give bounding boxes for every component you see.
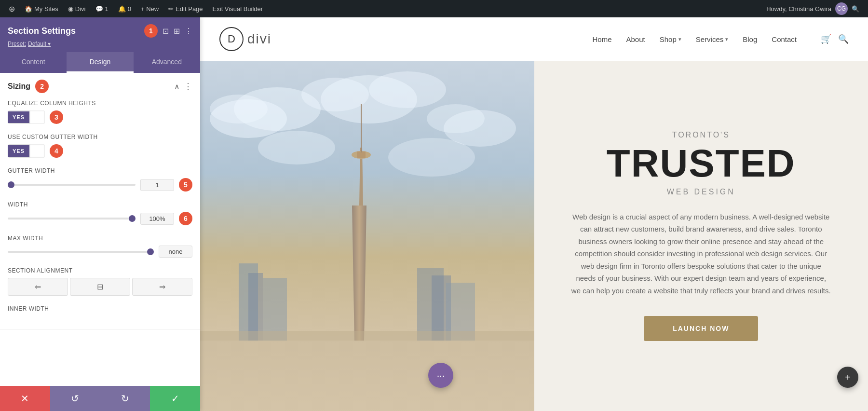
- svg-point-10: [388, 138, 475, 177]
- panel-body: Sizing 2 ∧ ⋮ Equalize Column Heights: [0, 73, 200, 386]
- tab-design[interactable]: Design: [67, 52, 133, 73]
- my-sites-item[interactable]: 🏠 My Sites: [21, 0, 62, 17]
- svg-marker-11: [352, 206, 366, 341]
- tab-advanced[interactable]: Advanced: [134, 52, 200, 73]
- gutter-width-toggle-label: Use Custom Gutter Width: [8, 134, 192, 140]
- width-label: Width: [8, 201, 192, 208]
- avatar: CG: [835, 2, 848, 15]
- align-right-button[interactable]: ⇒: [132, 278, 192, 296]
- cart-icon[interactable]: 🛒: [821, 34, 831, 44]
- align-left-button[interactable]: ⇐: [8, 278, 68, 296]
- width-row: Width 100% 6: [8, 201, 192, 225]
- exit-vb-item[interactable]: Exit Visual Builder: [209, 0, 267, 17]
- max-width-value: none: [159, 246, 192, 258]
- width-slider-container: 100% 6: [8, 212, 192, 225]
- nav-contact[interactable]: Contact: [772, 35, 797, 43]
- sizing-section-header: Sizing 2 ∧ ⋮: [0, 73, 200, 100]
- notification-icon: 🔔: [118, 5, 126, 13]
- collapse-sizing-button[interactable]: ∧: [174, 82, 180, 91]
- panel-tabs: Content Design Advanced: [0, 52, 200, 73]
- main-layout: Section Settings 1 ⊡ ⊞ ⋮ Preset: Default…: [0, 17, 868, 411]
- nav-home[interactable]: Home: [592, 35, 611, 43]
- redo-icon: ↻: [121, 393, 129, 404]
- comments-item[interactable]: 💬 1: [92, 0, 112, 17]
- gutter-toggle-handle: [29, 144, 45, 158]
- sizing-settings-content: Equalize Column Heights YES 3 Use Custom…: [0, 100, 200, 329]
- edit-page-item[interactable]: ✏ Edit Page: [164, 0, 206, 17]
- preset-value[interactable]: Default ▾: [28, 41, 51, 47]
- nav-blog[interactable]: Blog: [743, 35, 757, 43]
- wordpress-icon: ⊕: [9, 4, 15, 14]
- cancel-button[interactable]: ✕: [0, 386, 50, 411]
- save-icon: ✓: [171, 393, 179, 404]
- logo-circle: D: [219, 27, 244, 51]
- dots-icon: ···: [437, 370, 445, 381]
- step-badge-4: 4: [50, 144, 63, 158]
- width-slider[interactable]: [8, 218, 136, 219]
- edit-icon: ✏: [168, 5, 174, 13]
- divi-item[interactable]: ◉ Divi: [64, 0, 90, 17]
- step-badge-5: 5: [179, 178, 192, 192]
- nav-shop[interactable]: Shop ▾: [660, 35, 681, 43]
- gutter-width-label: Gutter Width: [8, 167, 192, 174]
- inner-width-row: Inner Width: [8, 305, 192, 312]
- section-settings-panel: Section Settings 1 ⊡ ⊞ ⋮ Preset: Default…: [0, 17, 200, 411]
- width-value: 100%: [140, 213, 174, 225]
- edit-page-label: Edit Page: [176, 5, 203, 13]
- gutter-slider-container: 1 5: [8, 178, 192, 192]
- gutter-toggle-row: YES 4: [8, 144, 192, 158]
- section-alignment-row: Section Alignment ⇐ ⊟ ⇒: [8, 267, 192, 296]
- cancel-icon: ✕: [21, 393, 29, 404]
- menu-utility-icons: 🛒 🔍: [821, 34, 849, 44]
- gutter-width-slider[interactable]: [8, 184, 136, 186]
- howdy-item[interactable]: Howdy, Christina Gwira CG 🔍: [762, 0, 863, 17]
- panel-header: Section Settings 1 ⊡ ⊞ ⋮ Preset: Default…: [0, 17, 200, 52]
- toggle-handle: [29, 110, 45, 124]
- wp-logo-item[interactable]: ⊕: [5, 0, 19, 17]
- hero-title: TRUSTED: [607, 144, 796, 183]
- hero-section: TORONTO'S TRUSTED WEB DESIGN Web design …: [200, 61, 868, 411]
- step-badge-1: 1: [144, 24, 158, 38]
- panel-header-icons: 1 ⊡ ⊞ ⋮: [144, 24, 192, 38]
- max-width-slider[interactable]: [8, 251, 154, 253]
- undo-button[interactable]: ↺: [50, 386, 100, 411]
- sizing-more-button[interactable]: ⋮: [184, 81, 192, 92]
- nav-about[interactable]: About: [626, 35, 645, 43]
- shop-chevron-icon: ▾: [678, 36, 681, 42]
- max-width-label: Max Width: [8, 235, 192, 242]
- max-width-slider-container: none: [8, 246, 192, 258]
- nav-services[interactable]: Services ▾: [696, 35, 729, 43]
- preset-label: Preset:: [8, 41, 26, 47]
- fab-options-button[interactable]: ···: [428, 363, 453, 388]
- hero-subtitle-bottom: WEB DESIGN: [667, 188, 735, 196]
- more-options-icon[interactable]: ⋮: [185, 27, 192, 36]
- equalize-toggle[interactable]: YES: [8, 110, 45, 124]
- expand-icon[interactable]: ⊡: [163, 27, 169, 36]
- tab-content[interactable]: Content: [0, 52, 67, 73]
- home-icon: 🏠: [25, 5, 32, 13]
- svg-point-9: [258, 131, 335, 164]
- notification-item[interactable]: 🔔 0: [114, 0, 135, 17]
- redo-button[interactable]: ↻: [100, 386, 150, 411]
- wp-admin-bar: ⊕ 🏠 My Sites ◉ Divi 💬 1 🔔 0 + New ✏ Edit…: [0, 0, 868, 17]
- new-item[interactable]: + New: [137, 0, 163, 17]
- gutter-toggle[interactable]: YES: [8, 144, 45, 158]
- my-sites-label: My Sites: [34, 5, 58, 13]
- preset-line: Preset: Default ▾: [8, 41, 192, 47]
- sizing-section: Sizing 2 ∧ ⋮ Equalize Column Heights: [0, 73, 200, 330]
- divi-icon: ◉: [68, 5, 73, 13]
- svg-rect-14: [357, 151, 366, 158]
- fab-add-button[interactable]: +: [837, 367, 858, 388]
- search-nav-icon[interactable]: 🔍: [838, 34, 849, 44]
- new-label: + New: [141, 5, 159, 13]
- gutter-width-toggle-row: Use Custom Gutter Width YES 4: [8, 134, 192, 158]
- launch-now-button[interactable]: LAUNCH NOW: [644, 316, 758, 341]
- save-button[interactable]: ✓: [150, 386, 200, 411]
- align-center-button[interactable]: ⊟: [70, 278, 130, 296]
- notification-count: 0: [128, 5, 131, 13]
- undo-icon: ↺: [71, 393, 79, 404]
- sizing-title-area: Sizing 2: [8, 80, 49, 93]
- split-icon[interactable]: ⊞: [174, 27, 180, 36]
- hero-subtitle-top: TORONTO'S: [672, 131, 730, 139]
- cn-tower-background: [200, 61, 534, 411]
